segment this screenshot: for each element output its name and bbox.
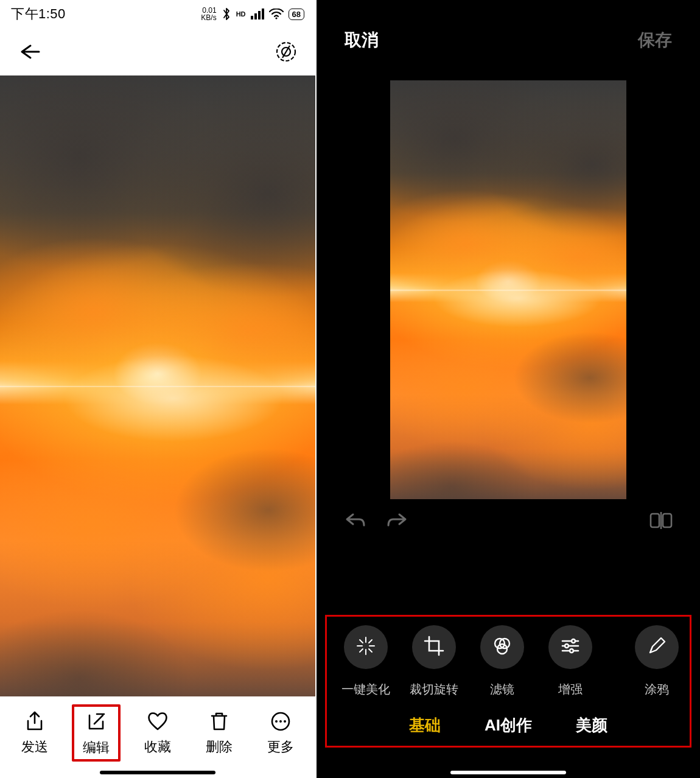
svg-point-9 (279, 720, 282, 723)
send-label: 发送 (21, 738, 48, 756)
favorite-button[interactable]: 收藏 (133, 710, 182, 756)
editor-toolbox: 一键美化 裁切旋转 滤镜 (325, 615, 691, 748)
category-tabs: 基础 AI创作 美颜 (331, 711, 686, 736)
svg-line-21 (360, 649, 363, 652)
gallery-viewer-pane: 下午1:50 0.01 KB/s HD 68 (0, 0, 315, 778)
undo-button[interactable] (343, 508, 368, 533)
status-bar: 下午1:50 0.01 KB/s HD 68 (0, 0, 315, 28)
redo-button[interactable] (385, 508, 409, 533)
svg-point-4 (275, 17, 277, 19)
edit-button[interactable]: 编辑 (72, 704, 121, 762)
sliders-icon (560, 636, 581, 659)
tool-doodle-label: 涂鸦 (645, 681, 669, 698)
edit-icon (85, 710, 108, 734)
tool-filter[interactable]: 滤镜 (468, 625, 536, 698)
tool-filter-label: 滤镜 (490, 681, 514, 698)
home-indicator[interactable] (450, 771, 566, 774)
edit-label: 编辑 (83, 738, 110, 757)
more-button[interactable]: 更多 (256, 710, 305, 756)
status-indicators: 0.01 KB/s HD 68 (201, 7, 304, 21)
signal-icon (251, 9, 264, 19)
home-indicator[interactable] (100, 771, 215, 774)
svg-line-20 (369, 640, 372, 643)
svg-line-18 (360, 640, 363, 643)
more-label: 更多 (267, 738, 294, 756)
tool-crop-label: 裁切旋转 (410, 681, 458, 698)
svg-point-28 (572, 639, 575, 643)
cancel-button[interactable]: 取消 (345, 29, 379, 52)
tool-doodle[interactable]: 涂鸦 (604, 625, 673, 698)
tool-enhance[interactable]: 增强 (536, 625, 604, 698)
editor-canvas[interactable] (390, 80, 626, 499)
wifi-icon (269, 9, 284, 19)
svg-rect-12 (663, 514, 671, 527)
svg-point-10 (284, 720, 286, 723)
tool-row[interactable]: 一键美化 裁切旋转 滤镜 (331, 625, 686, 711)
svg-rect-3 (262, 9, 264, 19)
sparkle-icon (355, 636, 376, 659)
undo-redo-row (317, 499, 700, 542)
tool-auto-enhance[interactable]: 一键美化 (332, 625, 400, 698)
bluetooth-icon (222, 7, 231, 21)
svg-rect-11 (651, 514, 659, 527)
compare-button[interactable] (649, 508, 673, 533)
tab-basic[interactable]: 基础 (409, 715, 441, 736)
heart-icon (146, 710, 169, 733)
tool-auto-label: 一键美化 (341, 681, 390, 698)
delete-label: 删除 (206, 738, 233, 756)
tab-beauty[interactable]: 美颜 (576, 715, 607, 736)
svg-point-8 (275, 720, 278, 723)
send-button[interactable]: 发送 (10, 710, 59, 756)
svg-rect-0 (251, 16, 253, 19)
svg-line-19 (369, 649, 372, 652)
editor-header: 取消 保存 (317, 0, 700, 80)
svg-rect-2 (258, 11, 261, 19)
back-button[interactable] (15, 37, 44, 66)
trash-icon (208, 710, 231, 733)
viewer-bottom-bar: 发送 编辑 收藏 删除 (0, 696, 315, 778)
crop-icon (424, 636, 444, 659)
save-button[interactable]: 保存 (638, 29, 672, 52)
lens-info-button[interactable] (271, 37, 301, 66)
viewer-action-bar (0, 28, 315, 75)
tab-ai[interactable]: AI创作 (485, 715, 532, 736)
network-speed-unit: KB/s (201, 14, 216, 21)
battery-value: 68 (292, 10, 301, 19)
filter-icon (492, 636, 513, 659)
favorite-label: 收藏 (144, 738, 171, 756)
more-icon (269, 710, 292, 733)
share-icon (23, 710, 46, 733)
editor-canvas-wrap (317, 80, 700, 499)
photo-preview[interactable] (0, 75, 315, 696)
editor-pane: 取消 保存 (315, 0, 700, 778)
hd-icon: HD (236, 11, 246, 18)
svg-point-29 (565, 644, 569, 648)
svg-rect-1 (254, 13, 257, 19)
delete-button[interactable]: 删除 (195, 710, 243, 756)
tool-enhance-label: 增强 (558, 681, 583, 698)
status-time: 下午1:50 (11, 5, 66, 23)
pen-icon (646, 636, 667, 659)
tool-crop-rotate[interactable]: 裁切旋转 (400, 625, 468, 698)
svg-point-30 (570, 649, 573, 653)
network-speed: 0.01 KB/s (201, 7, 216, 21)
battery-icon: 68 (289, 9, 304, 20)
